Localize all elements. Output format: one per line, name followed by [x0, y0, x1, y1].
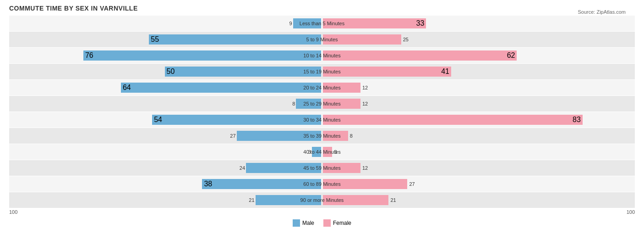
- legend-female: Female: [323, 219, 351, 227]
- left-section: 27: [9, 128, 322, 144]
- left-section: 76: [9, 48, 322, 63]
- female-bar: 83: [323, 115, 583, 125]
- male-bar: 64: [121, 83, 321, 93]
- left-section: 24: [9, 160, 322, 176]
- male-bar: 50: [165, 67, 322, 77]
- male-bar: 54: [152, 115, 321, 125]
- left-section: 54: [9, 112, 322, 128]
- female-bar: [323, 99, 360, 109]
- female-value: 21: [390, 197, 396, 203]
- female-bar: [323, 163, 360, 173]
- left-section: 64: [9, 80, 322, 95]
- female-value: 12: [362, 85, 368, 90]
- male-value: 21: [249, 197, 254, 203]
- male-bar: [246, 163, 321, 173]
- legend-male: Male: [293, 219, 314, 227]
- male-bar: [256, 195, 321, 205]
- female-value: 25: [403, 37, 409, 42]
- female-bar: [323, 195, 388, 205]
- axis-right: 100: [627, 209, 635, 215]
- female-bar: [323, 83, 360, 93]
- right-section: 8: [322, 128, 635, 144]
- male-bar: [237, 131, 321, 141]
- male-bar: [296, 99, 321, 109]
- male-value: 27: [230, 133, 235, 139]
- right-section: 3: [322, 144, 635, 160]
- left-section: 21: [9, 192, 322, 208]
- right-section: 41: [322, 64, 635, 79]
- female-value: 27: [409, 181, 415, 187]
- male-bar: 38: [202, 179, 321, 189]
- female-value: 8: [350, 133, 353, 139]
- legend-male-label: Male: [302, 220, 314, 226]
- female-value: 12: [362, 165, 368, 171]
- male-bar: 76: [83, 50, 321, 61]
- male-value: 3: [308, 149, 311, 155]
- left-section: 55: [9, 32, 322, 47]
- female-value: 12: [362, 101, 368, 106]
- female-bar: [323, 34, 401, 45]
- right-section: 12: [322, 96, 635, 112]
- male-bar: [293, 18, 321, 28]
- right-section: 12: [322, 80, 635, 95]
- right-section: 62: [322, 48, 635, 63]
- left-section: 8: [9, 96, 322, 112]
- left-section: 3: [9, 144, 322, 160]
- right-section: 21: [322, 192, 635, 208]
- right-section: 27: [322, 176, 635, 192]
- legend-male-box: [293, 219, 300, 227]
- chart-body: 933Less than 5 Minutes55255 to 9 Minutes…: [9, 16, 635, 216]
- right-section: 12: [322, 160, 635, 176]
- right-section: 33: [322, 16, 635, 31]
- female-bar: 62: [323, 50, 517, 61]
- male-value: 8: [292, 101, 295, 106]
- female-bar: [323, 147, 332, 157]
- left-section: 38: [9, 176, 322, 192]
- left-section: 50: [9, 64, 322, 79]
- chart-title: COMMUTE TIME BY SEX IN VARNVILLE: [9, 5, 635, 12]
- legend-female-label: Female: [333, 220, 351, 226]
- male-value: 24: [240, 165, 245, 171]
- female-bar: [323, 179, 407, 189]
- right-section: 83: [322, 112, 635, 128]
- female-value: 3: [334, 149, 337, 155]
- male-value: 9: [289, 21, 292, 26]
- female-bar: 33: [323, 18, 426, 28]
- legend-female-box: [323, 219, 331, 227]
- male-bar: 55: [149, 34, 321, 45]
- female-bar: 41: [323, 67, 451, 77]
- legend: Male Female: [9, 219, 635, 227]
- source-label: Source: ZipAtlas.com: [578, 9, 626, 15]
- female-bar: [323, 131, 348, 141]
- right-section: 25: [322, 32, 635, 47]
- center-line: [322, 16, 322, 216]
- axis-left: 100: [9, 209, 17, 215]
- left-section: 9: [9, 16, 322, 31]
- male-bar: [312, 147, 321, 157]
